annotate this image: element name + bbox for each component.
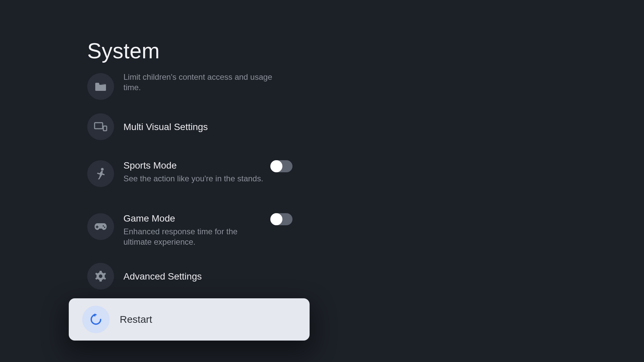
system-settings-page: System Limit children's content access a… — [0, 0, 644, 362]
svg-point-7 — [99, 275, 102, 278]
svg-point-2 — [101, 168, 104, 171]
sports-mode-title: Sports Mode — [123, 160, 264, 171]
game-mode-desc: Enhanced response time for the ultimate … — [123, 226, 264, 247]
svg-rect-1 — [103, 126, 107, 131]
list-item-game-mode[interactable]: Game Mode Enhanced response time for the… — [87, 213, 295, 243]
sports-mode-toggle[interactable] — [270, 160, 292, 172]
parental-desc: Limit children's content access and usag… — [123, 72, 281, 93]
gear-icon — [87, 263, 114, 290]
list-item-restart-selected[interactable]: Restart — [69, 298, 310, 341]
sports-mode-desc: See the action like you're in the stands… — [123, 173, 264, 184]
svg-point-5 — [103, 225, 104, 227]
list-item-sports-mode[interactable]: Sports Mode See the action like you're i… — [87, 160, 295, 190]
restart-icon — [82, 306, 110, 333]
advanced-settings-title: Advanced Settings — [123, 270, 295, 282]
svg-rect-4 — [96, 227, 99, 228]
game-mode-toggle[interactable] — [270, 213, 292, 225]
gamepad-icon — [87, 213, 114, 240]
list-item-multi-visual[interactable]: Multi Visual Settings — [87, 113, 295, 140]
running-person-icon — [87, 160, 114, 187]
svg-rect-0 — [95, 123, 103, 129]
restart-title: Restart — [120, 314, 152, 325]
multi-display-icon — [87, 113, 114, 140]
multi-visual-title: Multi Visual Settings — [123, 121, 295, 133]
svg-point-6 — [104, 227, 105, 228]
list-item-advanced-settings[interactable]: Advanced Settings — [87, 263, 295, 290]
page-title: System — [87, 39, 160, 63]
game-mode-title: Game Mode — [123, 213, 264, 224]
folder-icon — [87, 73, 114, 100]
list-item-parental-cropped[interactable]: Limit children's content access and usag… — [87, 70, 295, 100]
